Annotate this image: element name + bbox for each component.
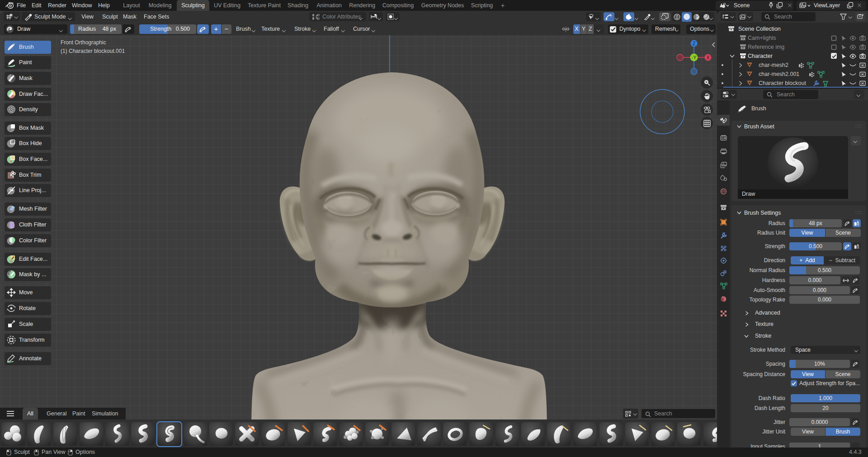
- svg-text:Z: Z: [693, 41, 695, 46]
- svg-text:X: X: [707, 55, 710, 60]
- svg-text:-Y: -Y: [692, 55, 697, 60]
